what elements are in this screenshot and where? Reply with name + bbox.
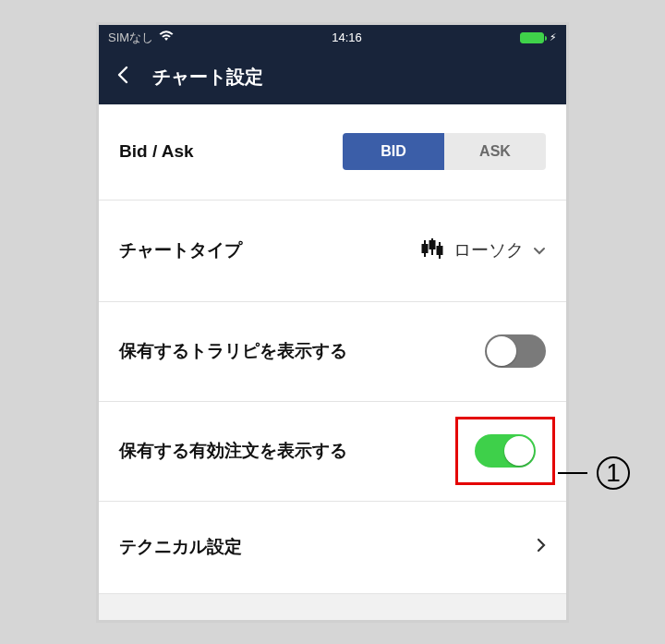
callout-number: 1 (597, 456, 630, 490)
orders-toggle[interactable] (475, 434, 536, 468)
clock-text: 14:16 (332, 30, 362, 44)
navbar: チャート設定 (99, 51, 566, 104)
back-button[interactable] (114, 61, 141, 94)
svg-rect-3 (430, 241, 435, 249)
annotation-callout: 1 (558, 456, 630, 490)
wifi-icon (159, 30, 174, 44)
toggle-knob (487, 336, 516, 366)
battery-icon (520, 32, 544, 43)
phone-frame: SIMなし 14:16 ⚡︎ チャート設定 Bid / Ask BID ASK … (96, 22, 569, 623)
status-left: SIMなし (108, 30, 174, 46)
svg-rect-5 (438, 247, 442, 254)
status-bar: SIMなし 14:16 ⚡︎ (99, 25, 566, 51)
segment-ask[interactable]: ASK (444, 133, 546, 170)
chart-type-value[interactable]: ローソク (420, 238, 546, 263)
toraripi-toggle[interactable] (485, 334, 546, 368)
chart-type-text: ローソク (453, 238, 524, 262)
candlestick-icon (420, 238, 444, 263)
bid-ask-segmented[interactable]: BID ASK (343, 133, 546, 170)
callout-line (558, 472, 587, 474)
segment-bid[interactable]: BID (343, 133, 444, 170)
svg-rect-1 (423, 245, 428, 252)
settings-list: Bid / Ask BID ASK チャートタイプ ロ (99, 104, 566, 620)
row-chart-type[interactable]: チャートタイプ ローソク (99, 200, 566, 302)
charging-icon: ⚡︎ (550, 31, 557, 43)
bid-ask-label: Bid / Ask (119, 141, 194, 162)
row-show-orders: 保有する有効注文を表示する (99, 402, 566, 502)
row-technical-settings[interactable]: テクニカル設定 (99, 502, 566, 594)
technical-label: テクニカル設定 (119, 535, 242, 559)
row-show-toraripi: 保有するトラリピを表示する (99, 302, 566, 402)
chart-type-label: チャートタイプ (119, 238, 242, 262)
carrier-text: SIMなし (108, 30, 153, 46)
status-right: ⚡︎ (520, 31, 557, 43)
row-bid-ask: Bid / Ask BID ASK (99, 104, 566, 200)
chevron-right-icon (537, 538, 546, 557)
page-title: チャート設定 (152, 65, 263, 90)
orders-label: 保有する有効注文を表示する (119, 439, 347, 463)
chevron-down-icon (533, 241, 546, 261)
toggle-knob (504, 436, 534, 466)
callout-highlight (455, 417, 555, 485)
toraripi-label: 保有するトラリピを表示する (119, 339, 347, 363)
